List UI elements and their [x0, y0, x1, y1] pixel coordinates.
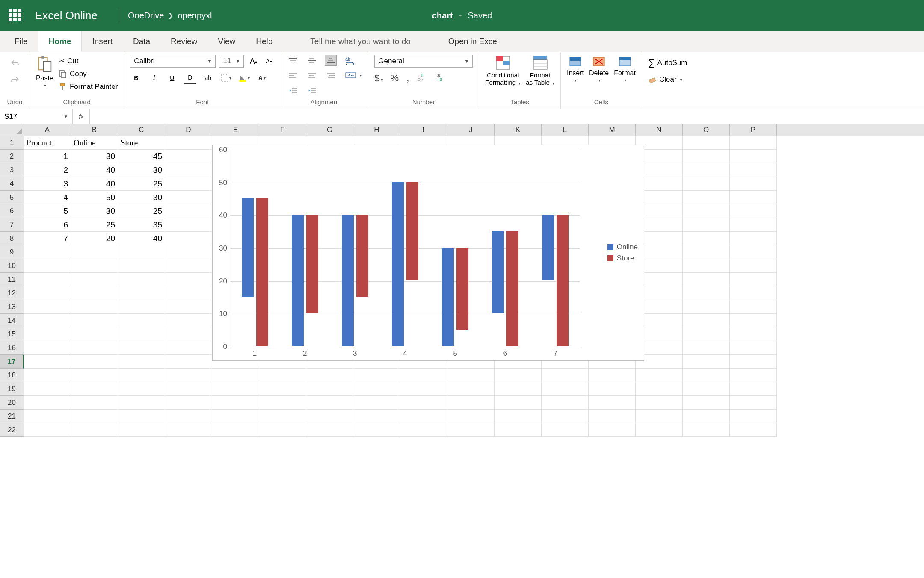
cell[interactable]: [24, 300, 71, 314]
row-header[interactable]: 6: [0, 204, 24, 218]
tab-review[interactable]: Review: [160, 31, 207, 52]
chart-bar[interactable]: [256, 198, 268, 346]
cell[interactable]: 40: [71, 163, 118, 177]
cell[interactable]: [24, 314, 71, 327]
align-left-button[interactable]: [287, 70, 299, 81]
cell[interactable]: [259, 369, 306, 382]
cell[interactable]: [683, 382, 730, 396]
wrap-text-button[interactable]: ab: [345, 56, 362, 65]
bold-button[interactable]: B: [130, 72, 142, 84]
row-header[interactable]: 12: [0, 286, 24, 300]
cell[interactable]: [683, 259, 730, 273]
formula-input[interactable]: [90, 109, 924, 124]
cell[interactable]: [730, 369, 777, 382]
cell[interactable]: [118, 245, 165, 259]
delete-cells-button[interactable]: Delete▾: [589, 55, 609, 83]
chart-bar[interactable]: [392, 182, 404, 346]
cell[interactable]: [165, 245, 212, 259]
align-right-button[interactable]: [325, 70, 337, 81]
cell[interactable]: 20: [71, 232, 118, 245]
autosum-button[interactable]: ∑AutoSum: [648, 57, 687, 68]
cell[interactable]: [118, 273, 165, 286]
column-header[interactable]: B: [71, 124, 118, 136]
fill-color-button[interactable]: ▾: [238, 72, 250, 84]
cell[interactable]: [165, 341, 212, 355]
cell[interactable]: [400, 382, 447, 396]
cell[interactable]: [683, 163, 730, 177]
cell[interactable]: [165, 423, 212, 437]
chart-bar[interactable]: [456, 248, 468, 330]
breadcrumb-folder[interactable]: openpyxl: [178, 11, 212, 21]
cell[interactable]: [71, 423, 118, 437]
cell[interactable]: [542, 396, 589, 410]
column-header[interactable]: E: [212, 124, 259, 136]
embedded-chart[interactable]: 0102030405060 1234567 OnlineStore: [212, 144, 644, 361]
cell[interactable]: [730, 327, 777, 341]
row-header[interactable]: 3: [0, 163, 24, 177]
tab-help[interactable]: Help: [246, 31, 283, 52]
fx-icon[interactable]: fx: [73, 109, 90, 124]
cell[interactable]: [730, 191, 777, 204]
cell[interactable]: [730, 204, 777, 218]
cell[interactable]: [165, 163, 212, 177]
redo-button[interactable]: [9, 76, 21, 86]
cell[interactable]: [24, 410, 71, 423]
cell[interactable]: [400, 369, 447, 382]
cell[interactable]: [636, 423, 683, 437]
cell[interactable]: 40: [118, 232, 165, 245]
open-in-excel-link[interactable]: Open in Excel: [438, 31, 509, 52]
italic-button[interactable]: I: [148, 72, 160, 84]
cell[interactable]: [495, 396, 542, 410]
comma-format-button[interactable]: ,: [406, 73, 409, 84]
decrease-indent-button[interactable]: [287, 85, 299, 97]
cell[interactable]: [259, 410, 306, 423]
row-header[interactable]: 19: [0, 382, 24, 396]
chart-bar[interactable]: [492, 231, 504, 313]
cell[interactable]: [353, 382, 400, 396]
cell[interactable]: [730, 300, 777, 314]
row-header[interactable]: 8: [0, 232, 24, 245]
app-launcher-icon[interactable]: [9, 9, 22, 22]
cell[interactable]: [118, 423, 165, 437]
cell[interactable]: [447, 396, 495, 410]
cell[interactable]: [353, 396, 400, 410]
cell[interactable]: [683, 396, 730, 410]
cell[interactable]: [495, 382, 542, 396]
cell[interactable]: [165, 410, 212, 423]
align-bottom-button[interactable]: [325, 55, 337, 66]
cell[interactable]: [683, 286, 730, 300]
row-header[interactable]: 17: [0, 355, 24, 369]
cell[interactable]: [118, 314, 165, 327]
breadcrumb-root[interactable]: OneDrive: [128, 11, 164, 21]
cell[interactable]: [118, 341, 165, 355]
strikethrough-button[interactable]: ab: [202, 72, 214, 84]
cell[interactable]: 7: [24, 232, 71, 245]
font-color-button[interactable]: A▾: [256, 72, 268, 84]
insert-cells-button[interactable]: Insert▾: [567, 55, 584, 83]
cell[interactable]: [259, 423, 306, 437]
cell[interactable]: [118, 396, 165, 410]
cell[interactable]: [730, 177, 777, 191]
column-header[interactable]: L: [542, 124, 589, 136]
cell[interactable]: [730, 136, 777, 150]
cell[interactable]: [71, 369, 118, 382]
cell[interactable]: [542, 423, 589, 437]
cell[interactable]: [259, 396, 306, 410]
cell[interactable]: [165, 314, 212, 327]
cell[interactable]: [353, 423, 400, 437]
cell[interactable]: [118, 382, 165, 396]
column-header[interactable]: O: [683, 124, 730, 136]
increase-decimal-button[interactable]: ←0.00: [417, 73, 428, 84]
name-box[interactable]: S17▼: [0, 109, 73, 124]
cell[interactable]: [71, 396, 118, 410]
cell[interactable]: 30: [118, 163, 165, 177]
cell[interactable]: [71, 245, 118, 259]
column-header[interactable]: I: [400, 124, 447, 136]
cell[interactable]: [447, 382, 495, 396]
cell[interactable]: [165, 177, 212, 191]
cell[interactable]: [118, 369, 165, 382]
cell[interactable]: [71, 286, 118, 300]
cell[interactable]: [118, 259, 165, 273]
cell[interactable]: 1: [24, 150, 71, 163]
column-header[interactable]: A: [24, 124, 71, 136]
